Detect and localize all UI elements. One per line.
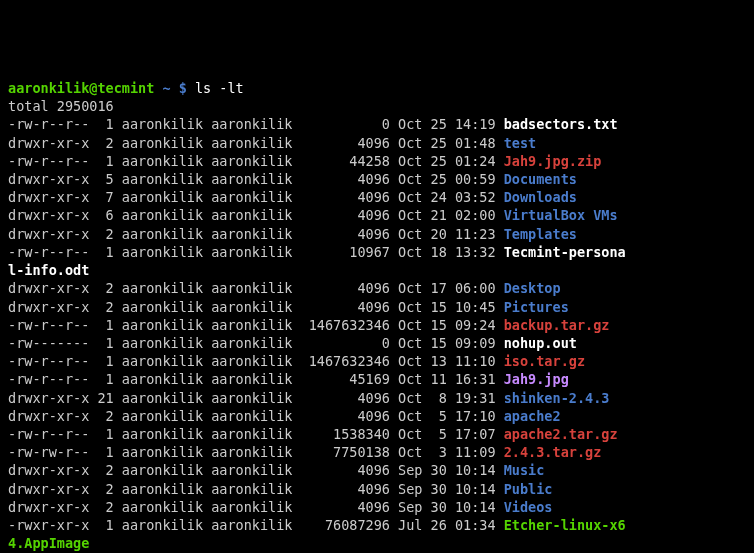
filename: shinken-2.4.3 (504, 390, 610, 406)
size: 76087296 (301, 516, 390, 534)
month: Oct (390, 279, 423, 297)
perm: -rw-r--r-- (8, 152, 89, 170)
size: 4096 (301, 498, 390, 516)
list-row: -rw-r--r--1 aaronkilikaaronkilik14676323… (8, 316, 746, 334)
day: 13 (422, 352, 446, 370)
user: aaronkilik (122, 443, 211, 461)
list-row: -rw-r--r--1 aaronkilikaaronkilik45169Oct… (8, 370, 746, 388)
user: aaronkilik (122, 389, 211, 407)
list-row: -rw-r--r--1 aaronkilikaaronkilik1538340O… (8, 425, 746, 443)
day: 15 (422, 334, 446, 352)
month: Jul (390, 516, 423, 534)
group: aaronkilik (211, 115, 300, 133)
links: 1 (89, 152, 113, 170)
user: aaronkilik (122, 206, 211, 224)
links: 5 (89, 170, 113, 188)
list-row-wrap: 4.AppImage (8, 534, 746, 552)
time: 01:48 (447, 134, 496, 152)
month: Oct (390, 115, 423, 133)
group: aaronkilik (211, 498, 300, 516)
group: aaronkilik (211, 152, 300, 170)
perm: drwxr-xr-x (8, 298, 89, 316)
perm: -rw-r--r-- (8, 370, 89, 388)
filename: Downloads (504, 189, 577, 205)
perm: drwxr-xr-x (8, 188, 89, 206)
perm: -rw-r--r-- (8, 115, 89, 133)
user: aaronkilik (122, 498, 211, 516)
filename: test (504, 135, 537, 151)
time: 06:00 (447, 279, 496, 297)
group: aaronkilik (211, 443, 300, 461)
time: 09:24 (447, 316, 496, 334)
month: Oct (390, 206, 423, 224)
prompt-user: aaronkilik@tecmint (8, 80, 154, 96)
group: aaronkilik (211, 516, 300, 534)
month: Oct (390, 152, 423, 170)
size: 4096 (301, 298, 390, 316)
links: 2 (89, 134, 113, 152)
filename: Documents (504, 171, 577, 187)
links: 1 (89, 425, 113, 443)
size: 4096 (301, 279, 390, 297)
filename: Jah9.jpg (504, 371, 569, 387)
group: aaronkilik (211, 225, 300, 243)
filename: apache2 (504, 408, 561, 424)
links: 2 (89, 279, 113, 297)
user: aaronkilik (122, 134, 211, 152)
size: 4096 (301, 170, 390, 188)
day: 5 (422, 407, 446, 425)
group: aaronkilik (211, 407, 300, 425)
month: Oct (390, 316, 423, 334)
user: aaronkilik (122, 152, 211, 170)
day: 30 (422, 498, 446, 516)
links: 1 (89, 516, 113, 534)
filename: apache2.tar.gz (504, 426, 618, 442)
file-listing: -rw-r--r--1 aaronkilikaaronkilik0Oct2514… (8, 115, 746, 553)
size: 4096 (301, 188, 390, 206)
list-row: drwxr-xr-x5 aaronkilikaaronkilik4096Oct2… (8, 170, 746, 188)
list-row: drwxr-xr-x7 aaronkilikaaronkilik4096Oct2… (8, 188, 746, 206)
user: aaronkilik (122, 298, 211, 316)
group: aaronkilik (211, 188, 300, 206)
day: 18 (422, 243, 446, 261)
filename: Videos (504, 499, 553, 515)
group: aaronkilik (211, 206, 300, 224)
links: 2 (89, 225, 113, 243)
list-row: -rw-rw-r--1 aaronkilikaaronkilik7750138O… (8, 443, 746, 461)
month: Sep (390, 461, 423, 479)
filename: Music (504, 462, 545, 478)
perm: drwxr-xr-x (8, 279, 89, 297)
month: Oct (390, 170, 423, 188)
group: aaronkilik (211, 279, 300, 297)
links: 2 (89, 461, 113, 479)
group: aaronkilik (211, 134, 300, 152)
list-row: drwxr-xr-x2 aaronkilikaaronkilik4096Oct2… (8, 225, 746, 243)
user: aaronkilik (122, 480, 211, 498)
prompt-line: aaronkilik@tecmint ~ $ ls -lt (8, 79, 746, 97)
time: 00:59 (447, 170, 496, 188)
month: Oct (390, 425, 423, 443)
month: Oct (390, 243, 423, 261)
month: Oct (390, 407, 423, 425)
perm: -rw-rw-r-- (8, 443, 89, 461)
links: 2 (89, 498, 113, 516)
user: aaronkilik (122, 370, 211, 388)
time: 17:10 (447, 407, 496, 425)
list-row: drwxr-xr-x2 aaronkilikaaronkilik4096Oct1… (8, 298, 746, 316)
list-row: drwxr-xr-x2 aaronkilikaaronkilik4096Sep3… (8, 461, 746, 479)
size: 4096 (301, 407, 390, 425)
size: 45169 (301, 370, 390, 388)
terminal[interactable]: aaronkilik@tecmint ~ $ ls -lttotal 29500… (8, 79, 746, 553)
perm: -rw-r--r-- (8, 425, 89, 443)
day: 15 (422, 298, 446, 316)
links: 6 (89, 206, 113, 224)
size: 4096 (301, 461, 390, 479)
month: Oct (390, 188, 423, 206)
list-row: -rwxr-xr-x1 aaronkilikaaronkilik76087296… (8, 516, 746, 534)
time: 14:19 (447, 115, 496, 133)
list-row: drwxr-xr-x2 aaronkilikaaronkilik4096Sep3… (8, 480, 746, 498)
filename-wrap: l-info.odt (8, 262, 89, 278)
time: 11:09 (447, 443, 496, 461)
group: aaronkilik (211, 389, 300, 407)
day: 21 (422, 206, 446, 224)
